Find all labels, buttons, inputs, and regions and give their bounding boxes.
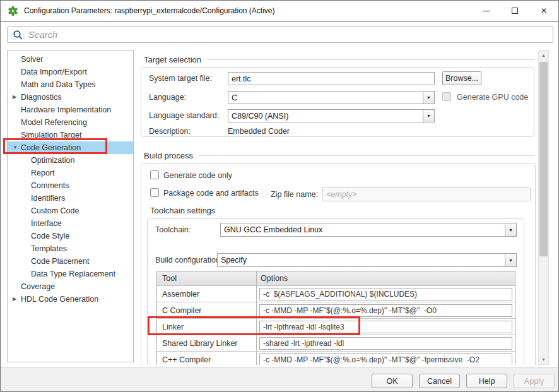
shared-library-linker-options-field[interactable]: -shared -lrt -lpthread -ldl — [259, 337, 512, 350]
sidebar-item-model-referencing[interactable]: Model Referencing — [8, 116, 133, 129]
configuration-parameters-dialog: Configuration Parameters: raspberrypi_ex… — [0, 0, 559, 392]
language-label: Language: — [149, 93, 186, 102]
sidebar-item-code-style[interactable]: Code Style — [8, 230, 133, 242]
build-process-heading: Build process — [144, 150, 534, 160]
table-row-shared-library-linker: Shared Library Linker -shared -lrt -lpth… — [157, 335, 515, 351]
toolchain-dropdown[interactable]: GNU GCC Embedded Linux ▼ — [220, 223, 517, 237]
generate-gpu-code-label: Generate GPU code — [457, 93, 528, 102]
generate-code-only-checkbox[interactable] — [150, 170, 159, 179]
generate-gpu-code-checkbox[interactable] — [442, 92, 451, 101]
toolchain-options-table: Tool Options Assembler -c $(ASFLAGS_ADDI… — [156, 271, 515, 365]
table-row-linker: Linker -lrt -lpthread -ldl -lsqlite3 — [157, 318, 515, 335]
table-header-row: Tool Options — [157, 271, 515, 285]
dialog-footer: OK Cancel Help Apply — [1, 367, 558, 392]
system-target-file-label: System target file: — [149, 74, 212, 83]
build-configuration-label: Build configuration: — [155, 256, 222, 264]
close-icon: ✕ — [541, 7, 547, 15]
description-value: Embedded Coder — [228, 127, 290, 136]
cancel-button[interactable]: Cancel — [419, 374, 460, 388]
column-header-tool: Tool — [157, 271, 257, 285]
generate-code-only-label: Generate code only — [163, 171, 232, 180]
system-target-file-field[interactable]: ert.tlc — [228, 72, 435, 85]
language-standard-dropdown[interactable]: C89/C90 (ANSI) ▼ — [228, 109, 435, 122]
window-controls: ✕ — [471, 1, 558, 21]
package-code-checkbox[interactable] — [150, 188, 159, 197]
sidebar-item-optimization[interactable]: Optimization — [8, 154, 133, 167]
dropdown-arrow-icon[interactable]: ▼ — [423, 92, 434, 104]
close-button[interactable]: ✕ — [529, 1, 558, 21]
category-tree: Solver Data Import/Export Math and Data … — [7, 50, 134, 362]
c-compiler-options-field[interactable]: -c -MMD -MP -MF"$(@:%.o=%.dep)" -MT"$@" … — [259, 304, 512, 317]
sidebar-item-data-import-export[interactable]: Data Import/Export — [8, 66, 133, 78]
column-header-options: Options — [257, 271, 515, 285]
minimize-icon — [483, 11, 490, 11]
dropdown-arrow-icon[interactable]: ▼ — [423, 110, 434, 122]
settings-pane: Target selection System target file: ert… — [134, 49, 538, 365]
title-bar: Configuration Parameters: raspberrypi_ex… — [1, 1, 558, 22]
expanded-arrow-icon[interactable]: ▼ — [13, 141, 18, 154]
zip-file-name-label: Zip file name: — [271, 190, 318, 199]
language-dropdown[interactable]: C ▼ — [228, 91, 435, 104]
maximize-icon — [512, 8, 518, 14]
toolchain-label: Toolchain: — [155, 225, 191, 234]
scroll-down-icon[interactable]: ▼ — [539, 355, 548, 364]
language-standard-label: Language standard: — [149, 111, 219, 120]
sidebar-item-math-and-data-types[interactable]: Math and Data Types — [8, 78, 133, 91]
sidebar-item-report[interactable]: Report — [8, 167, 133, 179]
dropdown-arrow-icon[interactable]: ▼ — [505, 254, 516, 266]
ok-button[interactable]: OK — [372, 374, 413, 388]
scroll-up-icon[interactable]: ▲ — [539, 50, 548, 60]
build-configuration-dropdown[interactable]: Specify ▼ — [217, 253, 517, 267]
dropdown-arrow-icon[interactable]: ▼ — [505, 223, 516, 236]
sidebar-item-solver[interactable]: Solver — [8, 53, 133, 66]
toolchain-settings-heading: Toolchain settings — [150, 206, 215, 215]
apply-button[interactable]: Apply — [514, 374, 555, 388]
package-code-label: Package code and artifacts — [163, 189, 259, 198]
help-button[interactable]: Help — [466, 374, 507, 388]
search-input[interactable]: Search — [7, 27, 553, 43]
sidebar-item-identifiers[interactable]: Identifiers — [8, 192, 133, 205]
sidebar-item-code-placement[interactable]: Code Placement — [8, 255, 133, 268]
sidebar-item-custom-code[interactable]: Custom Code — [8, 205, 133, 217]
description-label: Description: — [149, 127, 191, 136]
app-gear-icon — [8, 6, 18, 16]
table-row-c-compiler: C Compiler -c -MMD -MP -MF"$(@:%.o=%.dep… — [157, 302, 515, 318]
vertical-scrollbar[interactable]: ▲ ▼ — [538, 50, 549, 365]
sidebar-item-interface[interactable]: Interface — [8, 217, 133, 230]
sidebar-item-simulation-target[interactable]: Simulation Target — [8, 129, 133, 141]
sidebar-item-comments[interactable]: Comments — [8, 179, 133, 192]
assembler-options-field[interactable]: -c $(ASFLAGS_ADDITIONAL) $(INCLUDES) — [259, 288, 512, 300]
maximize-button[interactable] — [500, 1, 529, 21]
sidebar-item-diagnostics[interactable]: ▶Diagnostics — [8, 91, 133, 104]
collapsed-arrow-icon[interactable]: ▶ — [13, 91, 16, 104]
search-placeholder: Search — [28, 30, 57, 40]
zip-file-name-field[interactable]: <empty> — [322, 187, 531, 201]
scrollbar-thumb[interactable] — [539, 62, 548, 256]
heading-rule — [207, 59, 534, 60]
collapsed-arrow-icon[interactable]: ▶ — [13, 293, 16, 306]
sidebar-item-data-type-replacement[interactable]: Data Type Replacement — [8, 268, 133, 280]
search-icon — [13, 30, 23, 40]
sidebar-item-templates[interactable]: Templates — [8, 242, 133, 255]
cpp-compiler-options-field[interactable]: -c -MMD -MP -MF"$(@:%.o=%.dep)" -MT"$@" … — [259, 353, 512, 365]
sidebar-item-hdl-code-generation[interactable]: ▶HDL Code Generation — [8, 293, 133, 306]
sidebar-item-hardware-implementation[interactable]: Hardware Implementation — [8, 104, 133, 116]
browse-button[interactable]: Browse... — [442, 71, 481, 85]
window-title: Configuration Parameters: raspberrypi_ex… — [24, 6, 275, 15]
table-row-cpp-compiler: C++ Compiler -c -MMD -MP -MF"$(@:%.o=%.d… — [157, 351, 515, 365]
heading-rule — [199, 155, 534, 156]
table-row-assembler: Assembler -c $(ASFLAGS_ADDITIONAL) $(INC… — [157, 285, 515, 302]
sidebar-item-coverage[interactable]: Coverage — [8, 280, 133, 293]
target-selection-heading: Target selection — [144, 54, 534, 64]
linker-options-field[interactable]: -lrt -lpthread -ldl -lsqlite3 — [259, 321, 512, 333]
sidebar-item-code-generation[interactable]: ▼Code Generation — [8, 141, 133, 154]
minimize-button[interactable] — [471, 1, 500, 21]
